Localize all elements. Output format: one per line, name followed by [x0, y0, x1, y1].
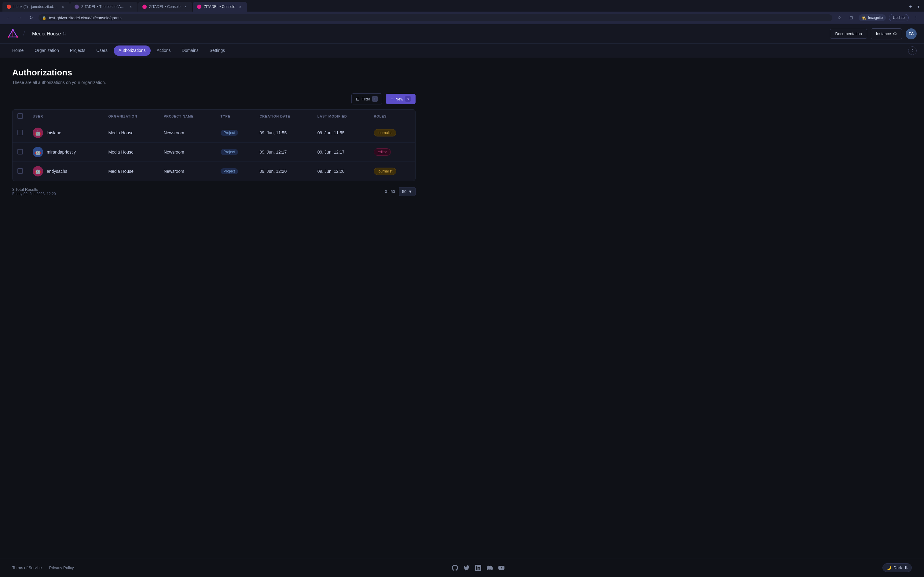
tab-favicon — [197, 5, 201, 9]
nav-item-home[interactable]: Home — [7, 44, 28, 58]
row-checkbox[interactable] — [18, 168, 23, 174]
terms-link[interactable]: Terms of Service — [12, 566, 42, 570]
settings-icon: ⚙ — [893, 31, 897, 37]
help-button[interactable]: ? — [908, 47, 917, 55]
tab-menu-button[interactable]: ▼ — [916, 4, 922, 10]
page-title: Authorizations — [12, 68, 415, 77]
creation-date-cell: 09. Jun, 12:17 — [255, 143, 312, 162]
browser-tab-zitadel3[interactable]: ZITADEL • Console × — [193, 2, 247, 11]
app-logo[interactable] — [7, 28, 18, 39]
per-page-select[interactable]: 50 ▼ — [399, 187, 415, 196]
documentation-button[interactable]: Documentation — [830, 29, 867, 39]
nav-item-actions[interactable]: Actions — [152, 44, 176, 58]
type-header: TYPE — [216, 110, 255, 123]
tab-close-button[interactable]: × — [128, 4, 133, 9]
type-cell: Project — [216, 143, 255, 162]
nav-item-settings[interactable]: Settings — [205, 44, 230, 58]
tab-label: ZITADEL • The best of Auth0 a... — [81, 5, 126, 9]
nav-item-projects[interactable]: Projects — [65, 44, 90, 58]
table-row[interactable]: 🤖 mirandapriestly Media House Newsroom P… — [13, 143, 415, 162]
new-button[interactable]: + New N — [386, 94, 415, 104]
tab-label: Inbox (2) - janedoe.zitadel@g... — [13, 5, 58, 9]
nav-item-authorizations[interactable]: Authorizations — [114, 45, 151, 56]
tab-close-button[interactable]: × — [183, 4, 188, 9]
roles-cell: journalist — [369, 162, 415, 181]
header-separator: / — [23, 31, 25, 37]
instance-label: Instance — [876, 31, 891, 36]
page-range: 0 - 50 — [385, 189, 395, 194]
nav-item-domains[interactable]: Domains — [177, 44, 204, 58]
theme-label: Dark — [894, 566, 902, 570]
new-tab-button[interactable]: + — [906, 2, 915, 11]
row-checkbox-cell — [13, 162, 28, 181]
organization-cell: Media House — [103, 123, 158, 143]
organization-header: ORGANIZATION — [103, 110, 158, 123]
row-checkbox-cell — [13, 143, 28, 162]
roles-cell: journalist — [369, 123, 415, 143]
type-cell: Project — [216, 162, 255, 181]
tab-close-button[interactable]: × — [238, 4, 242, 9]
privacy-link[interactable]: Privacy Policy — [49, 566, 74, 570]
table-row[interactable]: 🤖 andysachs Media House Newsroom Project… — [13, 162, 415, 181]
organization-cell: Media House — [103, 143, 158, 162]
app-header: / Media House ⇅ Documentation Instance ⚙… — [0, 24, 924, 44]
toolbar: ⊟ Filter F + New N — [12, 93, 415, 105]
authorizations-table: USER ORGANIZATION PROJECT NAME TYPE CREA… — [13, 110, 415, 181]
menu-button[interactable]: ⋮ — [912, 13, 920, 22]
table-row[interactable]: 🤖 loislane Media House Newsroom Project … — [13, 123, 415, 143]
tab-favicon — [142, 5, 147, 9]
row-checkbox[interactable] — [18, 130, 23, 135]
incognito-badge: 🕵️ Incognito — [859, 15, 886, 21]
update-button[interactable]: Update — [889, 14, 909, 21]
table-footer: 3 Total Results Friday 09. Jun 2023, 12:… — [12, 187, 415, 196]
new-label: New — [396, 97, 403, 102]
svg-point-5 — [16, 36, 18, 37]
theme-chevron-icon: ⇅ — [905, 566, 908, 570]
last-modified-cell: 09. Jun, 12:17 — [313, 143, 369, 162]
main-content: Authorizations These are all authorizati… — [0, 58, 428, 206]
org-selector[interactable]: Media House ⇅ — [30, 30, 69, 38]
last-modified-header: LAST MODIFIED — [313, 110, 369, 123]
reload-button[interactable]: ↻ — [27, 13, 36, 22]
select-all-checkbox[interactable] — [18, 113, 23, 119]
new-shortcut: N — [405, 96, 411, 102]
back-button[interactable]: ← — [4, 13, 12, 22]
last-modified-cell: 09. Jun, 12:20 — [313, 162, 369, 181]
plus-icon: + — [391, 96, 394, 102]
svg-point-3 — [12, 29, 14, 30]
discord-icon[interactable] — [486, 564, 493, 571]
nav-item-organization[interactable]: Organization — [30, 44, 63, 58]
filter-button[interactable]: ⊟ Filter F — [351, 93, 382, 105]
row-checkbox[interactable] — [18, 149, 23, 155]
creation-date-header: CREATION DATE — [255, 110, 312, 123]
instance-button[interactable]: Instance ⚙ — [871, 28, 902, 39]
theme-toggle[interactable]: 🌙 Dark ⇅ — [882, 563, 912, 572]
row-checkbox-cell — [13, 123, 28, 143]
nav-item-users[interactable]: Users — [91, 44, 112, 58]
twitter-icon[interactable] — [463, 564, 470, 571]
app-footer: Terms of Service Privacy Policy 🌙 Dark ⇅ — [0, 558, 924, 577]
browser-tab-zitadel1[interactable]: ZITADEL • The best of Auth0 a... × — [70, 2, 137, 11]
moon-icon: 🌙 — [887, 566, 891, 570]
tab-close-button[interactable]: × — [60, 4, 65, 9]
youtube-icon[interactable] — [498, 564, 505, 571]
creation-date-cell: 09. Jun, 11:55 — [255, 123, 312, 143]
bookmark-button[interactable]: ☆ — [835, 13, 844, 22]
url-bar[interactable]: 🔒 test-ghlwrr.zitadel.cloud/ui/console/g… — [39, 15, 832, 21]
username: andysachs — [47, 169, 67, 174]
split-view-button[interactable]: ⊡ — [847, 13, 856, 22]
creation-date-cell: 09. Jun, 12:20 — [255, 162, 312, 181]
github-icon[interactable] — [452, 564, 458, 571]
username: mirandapriestly — [47, 150, 76, 155]
forward-button[interactable]: → — [15, 13, 24, 22]
tab-favicon — [7, 5, 11, 9]
url-text: test-ghlwrr.zitadel.cloud/ui/console/gra… — [49, 16, 122, 20]
footer-social — [452, 564, 505, 571]
browser-tab-gmail[interactable]: Inbox (2) - janedoe.zitadel@g... × — [2, 2, 69, 11]
data-table-container: USER ORGANIZATION PROJECT NAME TYPE CREA… — [12, 109, 415, 181]
user-avatar[interactable]: ZA — [906, 28, 917, 39]
browser-tab-zitadel2[interactable]: ZITADEL • Console × — [138, 2, 192, 11]
linkedin-icon[interactable] — [475, 564, 481, 571]
filter-shortcut: F — [372, 96, 378, 102]
tab-label: ZITADEL • Console — [149, 5, 181, 9]
